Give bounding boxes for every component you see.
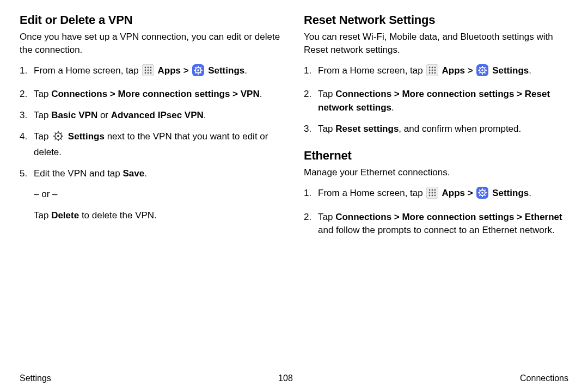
apps-icon bbox=[142, 64, 154, 81]
step-2: Tap Connections > More connection settin… bbox=[304, 88, 568, 114]
heading-edit-delete-vpn: Edit or Delete a VPN bbox=[20, 13, 284, 27]
step-5: Edit the VPN and tap Save. bbox=[20, 167, 284, 181]
settings-icon bbox=[192, 64, 204, 81]
step-5-alt: Tap Delete to delete the VPN. bbox=[20, 209, 284, 223]
page-footer: Settings 108 Connections bbox=[20, 373, 568, 383]
step-1: From a Home screen, tap Apps > Settings. bbox=[304, 187, 568, 203]
intro-text: Manage your Ethernet connections. bbox=[304, 166, 568, 179]
footer-page-number: 108 bbox=[278, 373, 293, 383]
apps-icon bbox=[426, 64, 438, 81]
step-2: Tap Connections > More connection settin… bbox=[20, 88, 284, 101]
footer-left: Settings bbox=[20, 373, 51, 383]
heading-reset-network: Reset Network Settings bbox=[304, 13, 568, 27]
step-2: Tap Connections > More connection settin… bbox=[304, 211, 568, 237]
step-1: From a Home screen, tap Apps > Settings. bbox=[304, 64, 568, 81]
gear-icon bbox=[52, 130, 64, 146]
step-3: Tap Basic VPN or Advanced IPsec VPN. bbox=[20, 109, 284, 122]
step-3: Tap Reset settings, and confirm when pro… bbox=[304, 122, 568, 136]
left-column: Edit or Delete a VPN Once you have set u… bbox=[20, 13, 284, 250]
heading-ethernet: Ethernet bbox=[304, 149, 568, 163]
right-column: Reset Network Settings You can reset Wi-… bbox=[304, 13, 568, 250]
settings-icon bbox=[476, 187, 488, 203]
step-1: From a Home screen, tap Apps > Settings. bbox=[20, 64, 284, 81]
section-reset-network: Reset Network Settings You can reset Wi-… bbox=[304, 13, 568, 136]
settings-icon bbox=[476, 64, 488, 81]
section-ethernet: Ethernet Manage your Ethernet connection… bbox=[304, 149, 568, 237]
intro-text: You can reset Wi-Fi, Mobile data, and Bl… bbox=[304, 30, 568, 57]
apps-icon bbox=[426, 187, 438, 203]
or-divider: – or – bbox=[20, 188, 284, 201]
footer-right: Connections bbox=[520, 373, 568, 383]
intro-text: Once you have set up a VPN connection, y… bbox=[20, 30, 284, 57]
step-4: Tap Settings next to the VPN that you wa… bbox=[20, 130, 284, 160]
